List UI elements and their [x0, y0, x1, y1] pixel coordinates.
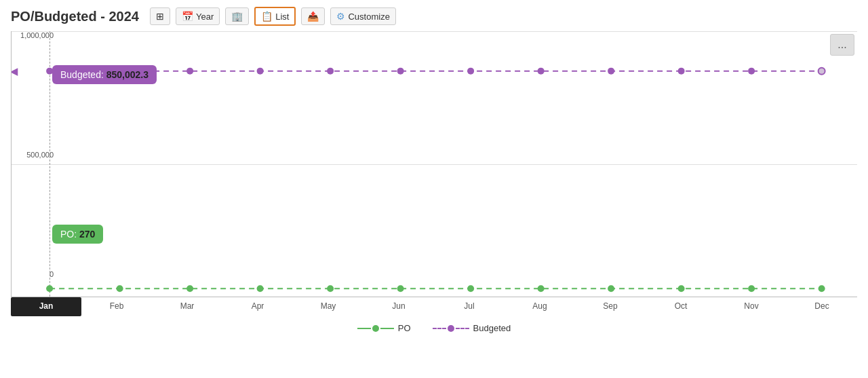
- po-dot-sample: [372, 325, 379, 332]
- budgeted-dot-dec[interactable]: [818, 68, 825, 75]
- budgeted-dot-aug[interactable]: [538, 68, 545, 75]
- po-dot-aug[interactable]: [538, 285, 545, 292]
- po-dot-jul[interactable]: [467, 285, 474, 292]
- export-icon: 📤: [307, 11, 319, 22]
- po-dot-sep[interactable]: [608, 285, 614, 292]
- list-icon: 📋: [261, 11, 273, 22]
- org-button[interactable]: 🏢: [225, 7, 249, 25]
- customize-button[interactable]: ⚙ Customize: [330, 7, 395, 25]
- more-button[interactable]: ...: [830, 34, 854, 56]
- budgeted-dot-jul[interactable]: [467, 68, 474, 75]
- po-dot-nov[interactable]: [748, 285, 755, 292]
- po-line-sample2: [380, 328, 394, 329]
- budgeted-dot-apr[interactable]: [257, 68, 264, 75]
- po-dot-apr[interactable]: [257, 285, 264, 292]
- budgeted-dot-may[interactable]: [327, 68, 334, 75]
- legend: PO Budgeted: [11, 323, 857, 333]
- x-label-mar[interactable]: Mar: [152, 297, 222, 316]
- main-container: PO/Budgeted - 2024 ⊞ 📅 Year 🏢 📋 List 📤 ⚙…: [0, 0, 868, 378]
- po-dot-jan[interactable]: [46, 285, 53, 292]
- po-dot-dec[interactable]: [818, 285, 825, 292]
- budgeted-legend-line: [433, 325, 469, 332]
- org-icon: 🏢: [231, 11, 243, 22]
- page-title: PO/Budgeted - 2024: [11, 9, 139, 24]
- x-label-jun[interactable]: Jun: [363, 297, 434, 316]
- po-dot-jun[interactable]: [397, 285, 404, 292]
- po-dot-mar[interactable]: [186, 285, 193, 292]
- po-dot-may[interactable]: [327, 285, 334, 292]
- po-line-sample: [357, 328, 371, 329]
- legend-budgeted: Budgeted: [433, 323, 511, 333]
- budgeted-dot-mar[interactable]: [186, 68, 193, 75]
- x-label-sep[interactable]: Sep: [575, 297, 646, 316]
- x-label-apr[interactable]: Apr: [222, 297, 293, 316]
- budgeted-dot-sample: [448, 325, 454, 332]
- chart-body: ◀: [11, 31, 857, 316]
- tooltip-po: PO: 270: [52, 225, 103, 244]
- x-label-may[interactable]: May: [293, 297, 363, 316]
- budgeted-dot-nov[interactable]: [748, 68, 755, 75]
- budgeted-line-sample2: [456, 328, 469, 329]
- budgeted-dot-sep[interactable]: [608, 68, 614, 75]
- customize-icon: ⚙: [336, 11, 345, 22]
- chart-frame: ◀: [11, 31, 857, 297]
- list-button[interactable]: 📋 List: [254, 7, 296, 26]
- x-label-dec[interactable]: Dec: [787, 297, 857, 316]
- x-label-nov[interactable]: Nov: [716, 297, 787, 316]
- chart-area: 1,000,000 500,000 0: [11, 31, 857, 343]
- po-dot-feb[interactable]: [117, 285, 123, 292]
- x-label-jul[interactable]: Jul: [434, 297, 505, 316]
- po-legend-label: PO: [398, 323, 411, 333]
- tooltip-budgeted: Budgeted: 850,002.3: [52, 65, 157, 84]
- budgeted-left-indicator: ◀: [12, 66, 18, 77]
- budgeted-dot-oct[interactable]: [678, 68, 685, 75]
- expand-icon: ⊞: [156, 11, 164, 22]
- x-label-oct[interactable]: Oct: [646, 297, 716, 316]
- calendar-icon: 📅: [182, 11, 193, 22]
- po-dot-oct[interactable]: [678, 285, 685, 292]
- x-axis: Jan Feb Mar Apr May Jun Jul Aug Sep Oct …: [11, 297, 857, 316]
- x-label-jan[interactable]: Jan: [11, 297, 81, 316]
- export-button[interactable]: 📤: [301, 7, 325, 25]
- budgeted-line-sample: [433, 328, 446, 329]
- legend-po: PO: [357, 323, 411, 333]
- expand-button[interactable]: ⊞: [150, 7, 170, 25]
- toolbar: PO/Budgeted - 2024 ⊞ 📅 Year 🏢 📋 List 📤 ⚙…: [11, 7, 857, 26]
- x-label-aug[interactable]: Aug: [505, 297, 575, 316]
- year-button[interactable]: 📅 Year: [176, 7, 220, 25]
- budgeted-dot-jun[interactable]: [397, 68, 404, 75]
- x-label-feb[interactable]: Feb: [81, 297, 152, 316]
- budgeted-legend-label: Budgeted: [473, 323, 511, 333]
- po-legend-line: [357, 325, 394, 332]
